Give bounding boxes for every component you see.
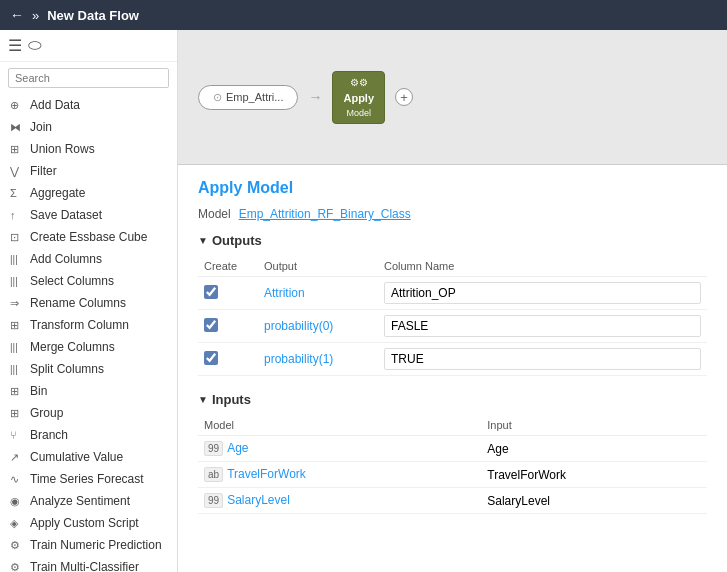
inputs-header-label: Inputs <box>212 392 251 407</box>
sidebar-add-columns[interactable]: ||| Add Columns <box>0 248 177 270</box>
input-col-header: Input <box>481 415 707 436</box>
emp-node-icon: ⊙ <box>213 91 222 104</box>
output-field-2[interactable]: probability(1) <box>264 352 333 366</box>
sidebar-select-columns[interactable]: ||| Select Columns <box>0 270 177 292</box>
sidebar-cumulative-value[interactable]: ↗ Cumulative Value <box>0 446 177 468</box>
input-badge-1: ab <box>204 467 223 482</box>
connector-arrow: → <box>308 89 322 105</box>
sidebar-train-numeric[interactable]: ⚙ Train Numeric Prediction <box>0 534 177 556</box>
output-checkbox-2[interactable] <box>204 351 218 365</box>
output-field-1[interactable]: probability(0) <box>264 319 333 333</box>
sidebar-filter[interactable]: ⋁ Filter <box>0 160 177 182</box>
apply-node-sublabel: Model <box>346 108 371 118</box>
inputs-table: Model Input 99Age Age abTravelForWork Tr… <box>198 415 707 514</box>
emp-node[interactable]: ⊙ Emp_Attri... <box>198 85 298 110</box>
sidebar-save-dataset[interactable]: ↑ Save Dataset <box>0 204 177 226</box>
input-value-0: Age <box>481 436 707 462</box>
sidebar-rename-columns[interactable]: ⇒ Rename Columns <box>0 292 177 314</box>
double-arrow-icon[interactable]: » <box>32 8 39 23</box>
branch-icon: ⑂ <box>10 429 24 441</box>
sidebar-analyze-sentiment[interactable]: ◉ Analyze Sentiment <box>0 490 177 512</box>
join-icon: ⧓ <box>10 121 24 134</box>
outputs-section-header: ▼ Outputs <box>198 233 707 248</box>
output-checkbox-0[interactable] <box>204 285 218 299</box>
input-value-2: SalaryLevel <box>481 488 707 514</box>
table-row: 99Age Age <box>198 436 707 462</box>
sidebar-split-columns[interactable]: ||| Split Columns <box>0 358 177 380</box>
add-columns-icon: ||| <box>10 254 24 265</box>
aggregate-icon: Σ <box>10 187 24 199</box>
sidebar-train-multi[interactable]: ⚙ Train Multi-Classifier <box>0 556 177 572</box>
output-col-header: Output <box>258 256 378 277</box>
table-row: probability(0) <box>198 310 707 343</box>
content-area: ⊙ Emp_Attri... → ⚙⚙ Apply Model + Apply … <box>178 30 727 572</box>
transform-column-icon: ⊞ <box>10 319 24 332</box>
sidebar-branch[interactable]: ⑂ Branch <box>0 424 177 446</box>
filter-icon: ⋁ <box>10 165 24 178</box>
table-row: abTravelForWork TravelForWork <box>198 462 707 488</box>
sidebar-union-rows[interactable]: ⊞ Union Rows <box>0 138 177 160</box>
sidebar-add-data[interactable]: ⊕ Add Data <box>0 94 177 116</box>
title-bar-text: New Data Flow <box>47 8 139 23</box>
select-columns-icon: ||| <box>10 276 24 287</box>
group-icon: ⊞ <box>10 407 24 420</box>
merge-columns-icon: ||| <box>10 342 24 353</box>
model-value[interactable]: Emp_Attrition_RF_Binary_Class <box>239 207 411 221</box>
create-col-header: Create <box>198 256 258 277</box>
save-dataset-icon: ↑ <box>10 209 24 221</box>
table-row: Attrition <box>198 277 707 310</box>
menu-icon[interactable]: ☰ <box>8 36 22 55</box>
sidebar-join[interactable]: ⧓ Join <box>0 116 177 138</box>
back-icon[interactable]: ← <box>10 7 24 23</box>
outputs-collapse-arrow[interactable]: ▼ <box>198 235 208 246</box>
apply-node-icon: ⚙⚙ <box>350 77 368 88</box>
cumulative-value-icon: ↗ <box>10 451 24 464</box>
sidebar-create-essbase[interactable]: ⊡ Create Essbase Cube <box>0 226 177 248</box>
input-field-0[interactable]: Age <box>227 441 248 455</box>
emp-node-label: Emp_Attri... <box>226 91 283 103</box>
apply-node[interactable]: ⚙⚙ Apply Model <box>332 71 385 124</box>
output-checkbox-1[interactable] <box>204 318 218 332</box>
add-data-icon: ⊕ <box>10 99 24 112</box>
sidebar-toolbar: ☰ ⬭ <box>0 30 177 62</box>
sidebar-search-container <box>0 62 177 94</box>
sidebar-time-series[interactable]: ∿ Time Series Forecast <box>0 468 177 490</box>
search-input[interactable] <box>8 68 169 88</box>
rename-columns-icon: ⇒ <box>10 297 24 310</box>
model-label: Model <box>198 207 231 221</box>
sidebar-list: ⊕ Add Data ⧓ Join ⊞ Union Rows ⋁ Filter … <box>0 94 177 572</box>
apply-custom-script-icon: ◈ <box>10 517 24 530</box>
inputs-collapse-arrow[interactable]: ▼ <box>198 394 208 405</box>
input-field-2[interactable]: SalaryLevel <box>227 493 290 507</box>
column-name-col-header: Column Name <box>378 256 707 277</box>
title-bar: ← » New Data Flow <box>0 0 727 30</box>
outputs-table: Create Output Column Name Attrition prob… <box>198 256 707 376</box>
split-columns-icon: ||| <box>10 364 24 375</box>
sidebar-group[interactable]: ⊞ Group <box>0 402 177 424</box>
canvas-area: ⊙ Emp_Attri... → ⚙⚙ Apply Model + <box>178 30 727 165</box>
output-field-0[interactable]: Attrition <box>264 286 305 300</box>
table-row: 99SalaryLevel SalaryLevel <box>198 488 707 514</box>
panel-title: Apply Model <box>198 179 707 197</box>
shape-icon[interactable]: ⬭ <box>28 36 42 55</box>
column-name-input-0[interactable] <box>384 282 701 304</box>
train-multi-icon: ⚙ <box>10 561 24 573</box>
outputs-header-label: Outputs <box>212 233 262 248</box>
add-node-button[interactable]: + <box>395 88 413 106</box>
sidebar-apply-custom-script[interactable]: ◈ Apply Custom Script <box>0 512 177 534</box>
column-name-input-2[interactable] <box>384 348 701 370</box>
model-row: Model Emp_Attrition_RF_Binary_Class <box>198 207 707 221</box>
sidebar-bin[interactable]: ⊞ Bin <box>0 380 177 402</box>
sidebar-transform-column[interactable]: ⊞ Transform Column <box>0 314 177 336</box>
bin-icon: ⊞ <box>10 385 24 398</box>
apply-model-panel: Apply Model Model Emp_Attrition_RF_Binar… <box>178 165 727 572</box>
sidebar-merge-columns[interactable]: ||| Merge Columns <box>0 336 177 358</box>
sidebar-aggregate[interactable]: Σ Aggregate <box>0 182 177 204</box>
time-series-icon: ∿ <box>10 473 24 486</box>
input-field-1[interactable]: TravelForWork <box>227 467 306 481</box>
create-essbase-icon: ⊡ <box>10 231 24 244</box>
analyze-sentiment-icon: ◉ <box>10 495 24 508</box>
column-name-input-1[interactable] <box>384 315 701 337</box>
inputs-section-header: ▼ Inputs <box>198 392 707 407</box>
union-rows-icon: ⊞ <box>10 143 24 156</box>
